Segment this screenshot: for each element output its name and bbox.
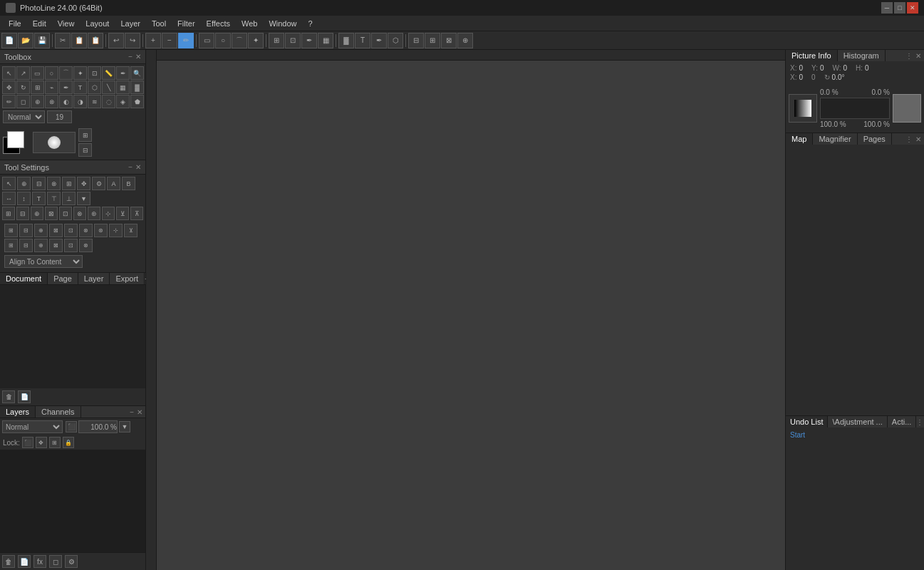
align-btn-6[interactable]: ⊗ xyxy=(79,224,93,237)
toolbar-select-lasso[interactable]: ⌒ xyxy=(232,33,247,48)
tab-page[interactable]: Page xyxy=(48,273,78,284)
ts-icon-b[interactable]: B xyxy=(122,177,135,190)
ts-icon-2-2[interactable]: ↕ xyxy=(17,192,31,205)
align-btn-r6[interactable]: ⊗ xyxy=(79,239,93,252)
layers-new-btn[interactable]: 📄 xyxy=(18,555,31,568)
tab-layers[interactable]: Layers xyxy=(0,406,36,418)
opacity-arrow[interactable]: ▼ xyxy=(119,421,130,432)
tool-line[interactable]: ╲ xyxy=(102,81,115,94)
maximize-button[interactable]: □ xyxy=(894,2,905,14)
tab-channels[interactable]: Channels xyxy=(36,406,81,418)
tool-smudge[interactable]: ≋ xyxy=(88,95,101,108)
toolbar-select-ellipse[interactable]: ○ xyxy=(215,33,231,48)
tab-map[interactable]: Map xyxy=(786,133,813,145)
tool-rotate[interactable]: ↻ xyxy=(16,81,30,94)
tool-direct-select[interactable]: ↗ xyxy=(16,66,30,80)
ts-icon-2-6[interactable]: ▼ xyxy=(77,192,90,205)
menu-filter[interactable]: Filter xyxy=(172,18,200,29)
ts-icon-3-10[interactable]: ⊼ xyxy=(130,207,143,220)
ts-icon-gear[interactable]: ⚙ xyxy=(92,177,105,190)
toolbar-redo[interactable]: ↪ xyxy=(125,33,140,48)
toolbar-zoom-out[interactable]: − xyxy=(162,33,177,48)
align-btn-r1[interactable]: ⊞ xyxy=(4,239,18,252)
menu-view[interactable]: View xyxy=(52,18,81,29)
tab-adjustment[interactable]: \Adjustment ... xyxy=(828,416,887,428)
ts-icon-3-6[interactable]: ⊗ xyxy=(73,207,86,220)
tab-pages[interactable]: Pages xyxy=(858,133,892,145)
ts-icon-3-4[interactable]: ⊠ xyxy=(45,207,58,220)
layers-delete-btn[interactable]: 🗑 xyxy=(2,555,15,568)
toolbar-save[interactable]: 💾 xyxy=(34,33,50,48)
toolbar-fill[interactable]: ▦ xyxy=(318,33,333,48)
ts-icon-2-4[interactable]: ⊤ xyxy=(47,192,61,205)
tool-lasso[interactable]: ⌒ xyxy=(59,66,73,80)
tool-burn[interactable]: ◑ xyxy=(73,95,87,108)
tool-settings-collapse[interactable]: − xyxy=(128,163,133,171)
toolbar-cut[interactable]: ✂ xyxy=(55,33,71,48)
menu-web[interactable]: Web xyxy=(236,18,263,29)
layers-collapse[interactable]: − xyxy=(130,408,134,416)
ts-icon-2-5[interactable]: ⊥ xyxy=(62,192,76,205)
layers-settings-btn[interactable]: ⚙ xyxy=(65,555,78,568)
props-delete-btn[interactable]: 🗑 xyxy=(2,390,15,403)
ts-icon-3-5[interactable]: ⊡ xyxy=(59,207,72,220)
foreground-color-swatch[interactable] xyxy=(7,131,24,148)
toolbar-undo[interactable]: ↩ xyxy=(108,33,124,48)
tool-blur[interactable]: ◌ xyxy=(102,95,115,108)
tool-transform[interactable]: ⊞ xyxy=(31,81,44,94)
toolbar-distribute[interactable]: ⊕ xyxy=(457,33,473,48)
ts-icon-a[interactable]: A xyxy=(107,177,120,190)
align-btn-r4[interactable]: ⊠ xyxy=(49,239,63,252)
toolbar-new[interactable]: 📄 xyxy=(1,33,17,48)
lock-size-btn[interactable]: ⊞ xyxy=(49,437,61,448)
align-btn-7[interactable]: ⊛ xyxy=(94,224,108,237)
tool-extra-1[interactable]: ⊞ xyxy=(78,128,92,142)
tool-settings-close[interactable]: ✕ xyxy=(135,163,141,171)
menu-tool[interactable]: Tool xyxy=(146,18,172,29)
tool-gradient[interactable]: ▓ xyxy=(130,81,144,94)
layers-fx-btn[interactable]: fx xyxy=(33,555,46,568)
ts-icon-3-1[interactable]: ⊞ xyxy=(2,207,15,220)
menu-effects[interactable]: Effects xyxy=(201,18,236,29)
align-btn-1[interactable]: ⊞ xyxy=(4,224,18,237)
align-btn-9[interactable]: ⊻ xyxy=(124,224,137,237)
tab-magnifier[interactable]: Magnifier xyxy=(813,133,857,145)
map-menu[interactable]: ⋮ xyxy=(905,135,913,143)
tool-brush[interactable]: ✏ xyxy=(2,95,16,108)
tool-measure[interactable]: 📏 xyxy=(102,66,115,80)
toolbar-text[interactable]: T xyxy=(355,33,370,48)
toolbar-pen[interactable]: ✒ xyxy=(371,33,387,48)
undo-menu[interactable]: ⋮ xyxy=(916,418,923,426)
minimize-button[interactable]: ─ xyxy=(881,2,893,14)
tool-extra-2[interactable]: ⊟ xyxy=(78,143,92,157)
align-btn-8[interactable]: ⊹ xyxy=(109,224,123,237)
ts-icon-move[interactable]: ✥ xyxy=(77,177,90,190)
toolbox-collapse[interactable]: − xyxy=(128,53,133,61)
align-btn-r2[interactable]: ⊟ xyxy=(19,239,33,252)
toolbar-align-left[interactable]: ⊟ xyxy=(408,33,424,48)
tool-move[interactable]: ✥ xyxy=(2,81,16,94)
toolbar-select-magic[interactable]: ✦ xyxy=(248,33,264,48)
align-btn-3[interactable]: ⊕ xyxy=(34,224,48,237)
tool-zoom[interactable]: 🔍 xyxy=(130,66,144,80)
align-btn-r3[interactable]: ⊕ xyxy=(34,239,48,252)
toolbar-select-rect[interactable]: ▭ xyxy=(199,33,214,48)
tool-sponge[interactable]: ⬟ xyxy=(130,95,144,108)
ts-icon-select[interactable]: ↖ xyxy=(2,177,16,190)
tab-layer[interactable]: Layer xyxy=(78,273,110,284)
ts-icon-minus[interactable]: ⊟ xyxy=(32,177,46,190)
align-btn-2[interactable]: ⊟ xyxy=(19,224,33,237)
layers-close[interactable]: ✕ xyxy=(137,408,142,416)
tab-undo-list[interactable]: Undo List xyxy=(786,416,828,428)
toolbar-gradient[interactable]: ▓ xyxy=(338,33,354,48)
tool-sharpen[interactable]: ◈ xyxy=(116,95,130,108)
toolbar-open[interactable]: 📂 xyxy=(18,33,33,48)
tool-magic-wand[interactable]: ✦ xyxy=(73,66,87,80)
tab-picture-info[interactable]: Picture Info xyxy=(786,50,838,61)
layers-mask-btn[interactable]: ◻ xyxy=(49,555,62,568)
tool-crop[interactable]: ⊡ xyxy=(88,66,101,80)
menu-layout[interactable]: Layout xyxy=(80,18,115,29)
tool-eyedropper[interactable]: ✒ xyxy=(116,66,130,80)
info-menu[interactable]: ⋮ xyxy=(905,52,913,60)
ts-icon-cross[interactable]: ⊗ xyxy=(47,177,61,190)
